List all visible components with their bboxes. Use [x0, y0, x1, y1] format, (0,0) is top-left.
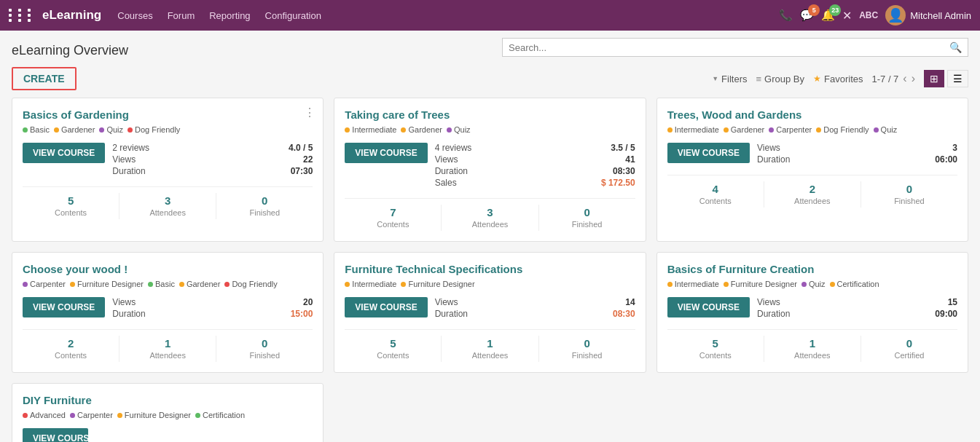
tag-quiz: Quiz	[99, 125, 123, 134]
top-navigation: eLearning Courses Forum Reporting Config…	[0, 0, 980, 31]
card-menu-icon[interactable]: ⋮	[304, 106, 315, 119]
tag-advanced: Advanced	[23, 411, 66, 419]
create-button[interactable]: CREATE	[12, 67, 77, 90]
card-body: VIEW COURSE Views15 Duration09:00	[667, 297, 957, 320]
footer-contents: 5 Contents	[23, 193, 119, 219]
footer-contents: 4 Contents	[667, 181, 764, 208]
favorites-button[interactable]: Favorites	[813, 74, 863, 84]
filters-button[interactable]: Filters	[712, 74, 747, 84]
page-title: eLearning Overview	[12, 43, 128, 58]
footer-attendees: 1 Attendees	[119, 336, 216, 362]
footer-attendees: 2 Attendees	[764, 181, 861, 208]
footer-certified: 0 Certified	[861, 336, 957, 362]
close-icon[interactable]: ✕	[842, 9, 852, 23]
chat-icon[interactable]: 💬 5	[800, 9, 814, 22]
footer-finished: 0 Finished	[216, 193, 313, 219]
card-tags: Intermediate Furniture Designer	[345, 280, 635, 288]
main-menu: Courses Forum Reporting Configuration	[117, 10, 779, 21]
course-card-diy-furniture: DIY Furniture Advanced Carpenter Furnitu…	[12, 383, 324, 442]
tag-certification: Certification	[830, 280, 879, 288]
footer-attendees: 3 Attendees	[119, 193, 216, 219]
footer-attendees: 3 Attendees	[442, 205, 538, 231]
card-body: VIEW COURSE Views3 Duration06:00	[667, 143, 957, 166]
username: Mitchell Admin	[910, 10, 971, 21]
tag-carpenter: Carpenter	[70, 411, 113, 419]
footer-finished: 0 Finished	[539, 205, 635, 231]
apps-menu-button[interactable]	[9, 9, 35, 22]
avatar: 👤	[885, 5, 906, 25]
view-course-button[interactable]: VIEW COURSE	[667, 297, 750, 317]
course-card-basics-furniture-creation: Basics of Furniture Creation Intermediat…	[656, 252, 968, 373]
footer-finished: 0 Finished	[216, 336, 313, 362]
courses-grid: Basics of Gardening Basic Gardener Quiz …	[12, 98, 968, 373]
tag-quiz: Quiz	[447, 125, 471, 134]
card-footer: 2 Contents 1 Attendees 0 Finished	[23, 329, 313, 362]
footer-attendees: 1 Attendees	[442, 336, 538, 362]
card-body: VIEW COURSE Views20 Duration15:00	[23, 297, 313, 320]
view-course-button[interactable]: VIEW COURSE	[23, 143, 105, 163]
view-course-button[interactable]: VIEW COURSE	[23, 297, 105, 317]
card-title: Furniture Technical Specifications	[345, 263, 635, 275]
card-title: Basics of Gardening	[23, 108, 313, 121]
menu-courses[interactable]: Courses	[117, 10, 152, 21]
tag-dog-friendly: Dog Friendly	[128, 125, 180, 134]
footer-contents: 5 Contents	[667, 336, 764, 362]
card-tags: Basic Gardener Quiz Dog Friendly	[23, 125, 313, 134]
diy-partial-body: VIEW COURSE	[23, 428, 313, 442]
grid-view-button[interactable]: ⊞	[924, 70, 944, 87]
tag-intermediate: Intermediate	[345, 280, 396, 288]
list-view-button[interactable]: ☰	[947, 70, 968, 87]
tag-basic: Basic	[23, 125, 50, 134]
tag-furniture-designer: Furniture Designer	[70, 280, 144, 288]
search-input[interactable]	[509, 42, 949, 53]
chat-badge: 5	[808, 4, 820, 16]
menu-forum[interactable]: Forum	[168, 10, 195, 21]
footer-contents: 2 Contents	[23, 336, 119, 362]
card-body: VIEW COURSE 4 reviews3.5 / 5 Views41 Dur…	[345, 143, 635, 189]
brand-logo[interactable]: eLearning	[42, 8, 101, 23]
menu-configuration[interactable]: Configuration	[265, 10, 321, 21]
tag-carpenter: Carpenter	[769, 125, 812, 134]
activity-badge: 23	[829, 4, 841, 16]
course-card-furniture-tech-spec: Furniture Technical Specifications Inter…	[334, 252, 646, 373]
footer-contents: 7 Contents	[345, 205, 442, 231]
activity-icon[interactable]: 🔔 23	[821, 9, 835, 22]
tag-gardener: Gardener	[179, 280, 220, 288]
card-tags: Intermediate Furniture Designer Quiz Cer…	[667, 280, 957, 288]
search-icon[interactable]: 🔍	[949, 42, 962, 53]
search-bar: 🔍	[502, 38, 968, 57]
card-stats: Views20 Duration15:00	[112, 297, 313, 320]
footer-finished: 0 Finished	[539, 336, 635, 362]
card-title: Trees, Wood and Gardens	[667, 108, 957, 121]
course-card-basics-gardening: Basics of Gardening Basic Gardener Quiz …	[12, 98, 324, 242]
view-course-button[interactable]: VIEW COURSE	[345, 297, 427, 317]
pagination: 1-7 / 7 ‹ ›	[871, 72, 915, 85]
view-course-button[interactable]: VIEW COURSE	[667, 143, 750, 163]
phone-icon[interactable]: 📞	[779, 9, 793, 22]
tag-gardener: Gardener	[54, 125, 95, 134]
tag-gardener: Gardener	[724, 125, 764, 134]
prev-page-button[interactable]: ‹	[903, 72, 906, 85]
course-card-trees-wood-gardens: Trees, Wood and Gardens Intermediate Gar…	[656, 98, 968, 242]
tag-quiz: Quiz	[801, 280, 826, 288]
groupby-button[interactable]: Group By	[756, 74, 805, 84]
tag-gardener: Gardener	[401, 125, 442, 134]
user-menu[interactable]: 👤 Mitchell Admin	[885, 5, 971, 25]
view-course-button[interactable]: VIEW COURSE	[345, 143, 427, 163]
card-footer: 4 Contents 2 Attendees 0 Finished	[667, 175, 957, 208]
view-toggle: ⊞ ☰	[924, 70, 968, 87]
tag-intermediate: Intermediate	[345, 125, 396, 134]
card-body: VIEW COURSE 2 reviews4.0 / 5 Views22 Dur…	[23, 143, 313, 178]
footer-finished: 0 Finished	[861, 181, 957, 208]
next-page-button[interactable]: ›	[912, 72, 915, 85]
main-content: eLearning Overview 🔍 CREATE Filters Grou…	[0, 31, 980, 442]
view-course-button[interactable]: VIEW COURSE	[23, 428, 88, 442]
menu-reporting[interactable]: Reporting	[209, 10, 250, 21]
card-footer: 5 Contents 1 Attendees 0 Certified	[667, 329, 957, 362]
card-footer: 5 Contents 1 Attendees 0 Finished	[345, 329, 635, 362]
card-tags: Intermediate Gardener Quiz	[345, 125, 635, 134]
card-footer: 5 Contents 3 Attendees 0 Finished	[23, 186, 313, 219]
pagination-label: 1-7 / 7	[871, 74, 898, 84]
card-footer: 7 Contents 3 Attendees 0 Finished	[345, 198, 635, 231]
tag-furniture-designer: Furniture Designer	[401, 280, 474, 288]
